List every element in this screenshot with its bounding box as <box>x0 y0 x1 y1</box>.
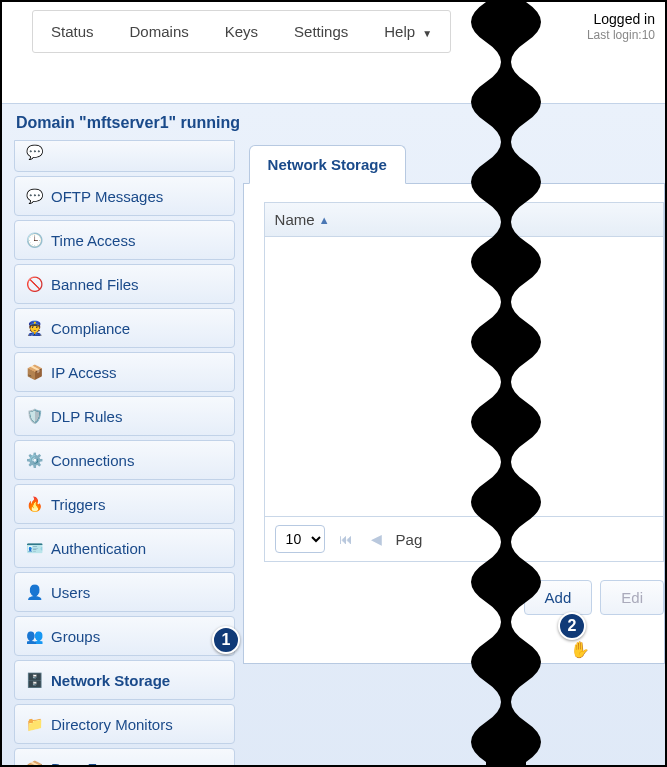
sidebar-item-label: Banned Files <box>51 276 139 293</box>
compliance-icon: 👮 <box>25 319 43 337</box>
clock-icon: 🕒 <box>25 231 43 249</box>
sidebar-item-label: OFTP Messages <box>51 188 163 205</box>
badge-icon: 🪪 <box>25 539 43 557</box>
message-icon: 💬 <box>25 143 43 161</box>
sidebar-item-label: Users <box>51 584 90 601</box>
menu-settings[interactable]: Settings <box>276 11 366 52</box>
main-panel: Network Storage Name ▲ 10 ⏮ ◀ Pag <box>243 140 665 664</box>
sidebar-item-label: Drop Zones <box>51 760 129 768</box>
page-size-select[interactable]: 10 <box>275 525 325 553</box>
add-button[interactable]: Add <box>524 580 593 615</box>
sidebar-item-dlp-rules[interactable]: 🛡️ DLP Rules <box>14 396 235 436</box>
callout-1: 1 <box>212 626 240 654</box>
sidebar-item-label: DLP Rules <box>51 408 122 425</box>
sidebar-item-label: Directory Monitors <box>51 716 173 733</box>
menu-help[interactable]: Help ▼ <box>366 11 450 52</box>
sidebar-item-directory-monitors[interactable]: 📁 Directory Monitors <box>14 704 235 744</box>
sidebar-item-label: Groups <box>51 628 100 645</box>
group-icon: 👥 <box>25 627 43 645</box>
sidebar-item-compliance[interactable]: 👮 Compliance <box>14 308 235 348</box>
sidebar-item-users[interactable]: 👤 Users <box>14 572 235 612</box>
storage-icon: 🗄️ <box>25 671 43 689</box>
shield-icon: 🛡️ <box>25 407 43 425</box>
sidebar-item-drop-zones[interactable]: 📦 Drop Zones <box>14 748 235 767</box>
last-login-label: Last login:10 <box>587 28 655 44</box>
menu-domains[interactable]: Domains <box>112 11 207 52</box>
box-icon: 📦 <box>25 759 43 767</box>
gear-icon: ⚙️ <box>25 451 43 469</box>
sort-asc-icon: ▲ <box>319 214 330 226</box>
sidebar-item-authentication[interactable]: 🪪 Authentication <box>14 528 235 568</box>
menu-help-label: Help <box>384 23 415 40</box>
sidebar-item-label: Network Storage <box>51 672 170 689</box>
data-grid: Name ▲ 10 ⏮ ◀ Pag <box>264 202 664 562</box>
sidebar-item-ip-access[interactable]: 📦 IP Access <box>14 352 235 392</box>
sidebar: 💬 💬 OFTP Messages 🕒 Time Access 🚫 Banned… <box>2 140 243 767</box>
pager-prev-icon[interactable]: ◀ <box>367 531 386 547</box>
sidebar-item-groups[interactable]: 👥 Groups <box>14 616 235 656</box>
sidebar-item-banned-files[interactable]: 🚫 Banned Files <box>14 264 235 304</box>
edit-button[interactable]: Edi <box>600 580 664 615</box>
column-label: Name <box>275 211 315 228</box>
sidebar-item-label: Triggers <box>51 496 105 513</box>
ip-icon: 📦 <box>25 363 43 381</box>
sidebar-item-label: Connections <box>51 452 134 469</box>
grid-pager: 10 ⏮ ◀ Pag <box>265 516 663 561</box>
sidebar-item-time-access[interactable]: 🕒 Time Access <box>14 220 235 260</box>
banned-icon: 🚫 <box>25 275 43 293</box>
sidebar-item-label: IP Access <box>51 364 117 381</box>
sidebar-item-label: Compliance <box>51 320 130 337</box>
logged-in-label: Logged in <box>587 10 655 28</box>
sidebar-item-label: Time Access <box>51 232 135 249</box>
domain-title: Domain "mftserver1" running <box>2 104 665 140</box>
grid-column-name[interactable]: Name ▲ <box>265 203 663 237</box>
sidebar-item-partial[interactable]: 💬 <box>14 140 235 172</box>
menu-keys[interactable]: Keys <box>207 11 276 52</box>
sidebar-item-connections[interactable]: ⚙️ Connections <box>14 440 235 480</box>
sidebar-item-network-storage[interactable]: 🗄️ Network Storage <box>14 660 235 700</box>
folder-icon: 📁 <box>25 715 43 733</box>
page-label: Pag <box>396 531 423 548</box>
grid-body <box>265 237 663 516</box>
callout-2: 2 <box>558 612 586 640</box>
sidebar-item-oftp-messages[interactable]: 💬 OFTP Messages <box>14 176 235 216</box>
tab-network-storage[interactable]: Network Storage <box>249 145 406 184</box>
sidebar-item-label: Authentication <box>51 540 146 557</box>
caret-down-icon: ▼ <box>422 28 432 39</box>
message-icon: 💬 <box>25 187 43 205</box>
login-info: Logged in Last login:10 <box>587 10 655 44</box>
cursor-icon: ✋ <box>570 640 590 659</box>
fire-icon: 🔥 <box>25 495 43 513</box>
menu-status[interactable]: Status <box>33 11 112 52</box>
pager-first-icon[interactable]: ⏮ <box>335 531 357 547</box>
main-menu: Status Domains Keys Settings Help ▼ <box>32 10 451 53</box>
sidebar-item-triggers[interactable]: 🔥 Triggers <box>14 484 235 524</box>
user-icon: 👤 <box>25 583 43 601</box>
